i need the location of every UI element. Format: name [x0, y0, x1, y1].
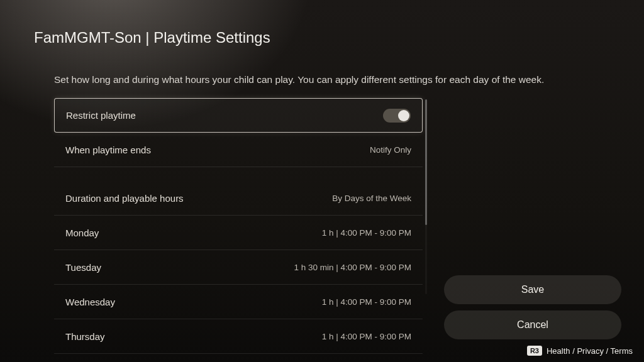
scrollbar[interactable]	[425, 99, 427, 294]
row-restrict-playtime[interactable]: Restrict playtime	[54, 98, 423, 133]
scrollbar-thumb[interactable]	[425, 99, 427, 225]
footer-links[interactable]: Health / Privacy / Terms	[547, 346, 633, 356]
row-day-monday[interactable]: Monday 1 h | 4:00 PM - 9:00 PM	[54, 216, 423, 250]
save-button[interactable]: Save	[444, 275, 621, 304]
row-label: Duration and playable hours	[65, 193, 184, 204]
footer: R3 Health / Privacy / Terms	[527, 346, 633, 356]
row-day-tuesday[interactable]: Tuesday 1 h 30 min | 4:00 PM - 9:00 PM	[54, 250, 423, 285]
toggle-restrict-playtime[interactable]	[383, 109, 411, 123]
r3-button-hint-icon: R3	[527, 346, 542, 356]
row-label: Wednesday	[65, 297, 115, 307]
row-label: Tuesday	[65, 262, 101, 273]
row-label: Restrict playtime	[66, 110, 136, 121]
row-label: When playtime ends	[65, 145, 151, 155]
row-value: Notify Only	[370, 145, 411, 155]
row-value: 1 h | 4:00 PM - 9:00 PM	[322, 332, 411, 341]
toggle-knob	[398, 110, 409, 121]
row-label: Thursday	[65, 331, 105, 342]
row-value: 1 h 30 min | 4:00 PM - 9:00 PM	[294, 263, 411, 272]
settings-list: Restrict playtime When playtime ends Not…	[54, 98, 423, 354]
row-day-wednesday[interactable]: Wednesday 1 h | 4:00 PM - 9:00 PM	[54, 285, 423, 319]
row-value: By Days of the Week	[332, 194, 411, 203]
row-duration-playable-hours[interactable]: Duration and playable hours By Days of t…	[54, 181, 423, 216]
row-when-playtime-ends[interactable]: When playtime ends Notify Only	[54, 133, 423, 167]
page-description: Set how long and during what hours your …	[54, 74, 544, 85]
section-gap	[54, 167, 423, 181]
page-title: FamMGMT-Son | Playtime Settings	[34, 29, 270, 47]
row-value: 1 h | 4:00 PM - 9:00 PM	[322, 228, 411, 238]
row-day-thursday[interactable]: Thursday 1 h | 4:00 PM - 9:00 PM	[54, 319, 423, 354]
cancel-button[interactable]: Cancel	[444, 310, 621, 339]
row-label: Monday	[65, 228, 99, 238]
row-value: 1 h | 4:00 PM - 9:00 PM	[322, 297, 411, 307]
